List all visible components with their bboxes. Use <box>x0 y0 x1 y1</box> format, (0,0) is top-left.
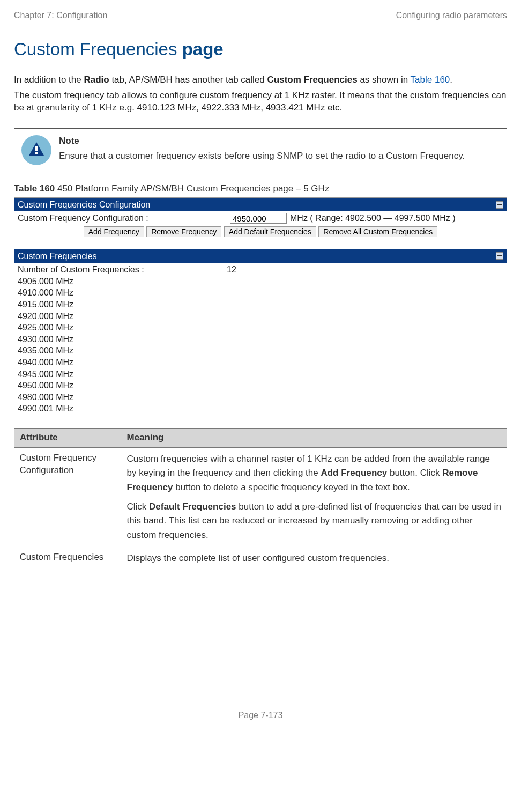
remove-all-frequencies-button[interactable]: Remove All Custom Frequencies <box>318 226 437 237</box>
meaning-cell: Displays the complete list of user confi… <box>122 547 507 570</box>
config-label: Custom Frequency Configuration : <box>18 212 227 224</box>
panel-body-list: Number of Custom Frequencies : 12 4905.0… <box>14 263 507 417</box>
header-right: Configuring radio parameters <box>396 10 507 21</box>
panel-header-list: Custom Frequencies <box>14 249 507 263</box>
title-part2: page <box>182 39 224 59</box>
page-title: Custom Frequencies page <box>14 38 507 62</box>
frequency-item: 4920.000 MHz <box>18 311 503 322</box>
page-footer: Page 7-173 <box>14 710 507 721</box>
frequency-item: 4980.000 MHz <box>18 392 503 403</box>
text-fragment: button. Click <box>387 468 442 478</box>
text-fragment: Displays the complete list of user confi… <box>127 551 502 565</box>
panel-header-config: Custom Frequencies Configuration <box>14 198 507 212</box>
frequency-item: 4950.000 MHz <box>18 380 503 392</box>
text-bold: Radio <box>84 75 109 85</box>
frequency-item: 4990.001 MHz <box>18 403 503 415</box>
note-text: Note Ensure that a customer frequency ex… <box>59 129 507 173</box>
page-header: Chapter 7: Configuration Configuring rad… <box>14 10 507 21</box>
note-label: Note <box>59 134 505 148</box>
intro-paragraph-1: In addition to the Radio tab, AP/SM/BH h… <box>14 74 507 86</box>
svg-rect-2 <box>35 152 38 154</box>
text-bold: Custom Frequencies <box>267 75 358 85</box>
frequency-item: 4945.000 MHz <box>18 368 503 380</box>
attr-cell: Custom Frequency Configuration <box>14 447 122 547</box>
table-ref-link[interactable]: Table 160 <box>411 75 450 85</box>
count-value: 12 <box>227 264 236 276</box>
table-caption: Table 160 450 Platform Family AP/SM/BH C… <box>14 183 507 195</box>
panel-title: Custom Frequencies Configuration <box>18 199 150 211</box>
collapse-icon[interactable] <box>496 252 503 260</box>
note-box: Note Ensure that a customer frequency ex… <box>14 128 507 173</box>
svg-rect-1 <box>35 146 38 151</box>
count-label: Number of Custom Frequencies : <box>18 264 227 276</box>
frequency-item: 4910.000 MHz <box>18 287 503 299</box>
caption-text: 450 Platform Family AP/SM/BH Custom Freq… <box>55 183 329 194</box>
frequency-item: 4930.000 MHz <box>18 334 503 345</box>
remove-frequency-button[interactable]: Remove Frequency <box>146 226 221 237</box>
caption-number: Table 160 <box>14 183 55 194</box>
frequency-input[interactable] <box>230 213 287 224</box>
info-icon <box>20 134 53 166</box>
text-fragment: button to delete a specific frequency ke… <box>173 482 410 492</box>
meaning-cell: Custom frequencies with a channel raster… <box>122 447 507 547</box>
frequency-item: 4915.000 MHz <box>18 299 503 311</box>
add-default-frequencies-button[interactable]: Add Default Frequencies <box>224 226 316 237</box>
col-meaning: Meaning <box>122 428 507 447</box>
text-fragment: tab, AP/SM/BH has another tab called <box>109 75 267 85</box>
title-part1: Custom Frequencies <box>14 39 182 59</box>
table-row: Custom Frequencies Displays the complete… <box>14 547 507 570</box>
panel-title: Custom Frequencies <box>18 250 97 262</box>
intro-paragraph-2: The custom frequency tab allows to confi… <box>14 90 507 114</box>
frequency-item: 4935.000 MHz <box>18 345 503 357</box>
header-left: Chapter 7: Configuration <box>14 10 107 21</box>
text-bold: Add Frequency <box>321 468 387 478</box>
frequency-item: 4940.000 MHz <box>18 357 503 368</box>
collapse-icon[interactable] <box>496 201 503 209</box>
text-fragment: In addition to the <box>14 75 84 85</box>
note-icon-cell <box>14 129 59 173</box>
attr-cell: Custom Frequencies <box>14 547 122 570</box>
panel-body-config: Custom Frequency Configuration : MHz ( R… <box>14 211 507 239</box>
frequency-item: 4905.000 MHz <box>18 276 503 287</box>
table-header-row: Attribute Meaning <box>14 428 507 447</box>
note-body: Ensure that a customer frequency exists … <box>59 151 465 161</box>
ui-screenshot: Custom Frequencies Configuration Custom … <box>14 197 507 417</box>
frequency-item: 4925.000 MHz <box>18 322 503 334</box>
text-fragment: Click <box>127 501 150 512</box>
col-attribute: Attribute <box>14 428 122 447</box>
add-frequency-button[interactable]: Add Frequency <box>84 226 144 237</box>
attribute-table: Attribute Meaning Custom Frequency Confi… <box>14 428 507 570</box>
text-bold: Default Frequencies <box>149 501 236 512</box>
range-text: MHz ( Range: 4902.500 — 4997.500 MHz ) <box>290 212 456 224</box>
table-row: Custom Frequency Configuration Custom fr… <box>14 447 507 547</box>
text-fragment: . <box>450 75 452 85</box>
text-fragment: as shown in <box>358 75 411 85</box>
